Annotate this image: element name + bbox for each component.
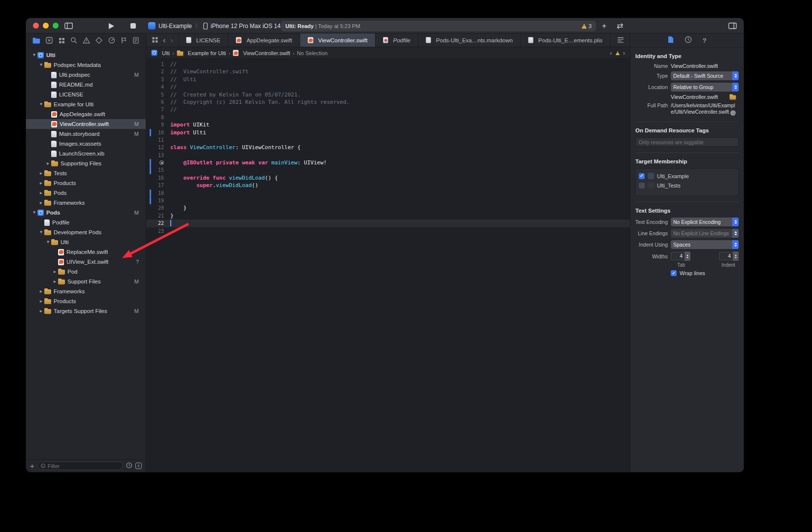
tree-item-ulti[interactable]: ▸Ulti — [26, 50, 146, 60]
source-editor[interactable]: 1//2// ViewController.swift3// Ulti4//5/… — [146, 59, 630, 472]
tree-item-appdelegate-swift[interactable]: AppDelegate.swift — [26, 109, 146, 119]
editor-arrows-icon[interactable]: ⇄ — [617, 18, 623, 33]
code-line-21[interactable]: 21} — [146, 212, 630, 219]
related-items-icon[interactable] — [152, 36, 158, 45]
resource-tags-field[interactable]: Only resources are taggable — [635, 137, 739, 147]
toggle-inspector-icon[interactable] — [728, 18, 737, 33]
disclosure-triangle[interactable]: ▸ — [38, 181, 44, 186]
code-line-2[interactable]: 2// ViewController.swift — [146, 68, 630, 75]
disclosure-triangle[interactable]: ▸ — [38, 190, 44, 195]
zoom-button[interactable] — [53, 23, 59, 29]
disclosure-triangle[interactable]: ▸ — [39, 101, 44, 108]
code-line-7[interactable]: 7// — [146, 106, 630, 113]
breadcrumb-example-for-ulti[interactable]: Example for Ulti — [177, 50, 226, 56]
editor-options-icon[interactable] — [617, 36, 624, 45]
indent-using-dropdown[interactable]: Spaces — [671, 240, 739, 249]
issue-warning-icon[interactable] — [616, 51, 620, 55]
tree-item-pods[interactable]: ▸PodsM — [26, 208, 146, 218]
code-line-5[interactable]: 5// Created by Kelvin Tan on 05/07/2021. — [146, 91, 630, 98]
minimize-button[interactable] — [43, 23, 49, 29]
breadcrumb-viewcontroller-swift[interactable]: ViewController.swift — [233, 50, 290, 56]
target-row-ulti-example[interactable]: Ulti_Example — [639, 171, 735, 181]
project-navigator-icon[interactable] — [32, 37, 40, 44]
code-line-6[interactable]: 6// Copyright (c) 2021 Kelvin Tan. All r… — [146, 98, 630, 106]
go-back-icon[interactable]: ‹ — [163, 36, 165, 44]
tree-item-tests[interactable]: ▸Tests — [26, 168, 146, 178]
previous-issue-icon[interactable]: ‹ — [610, 50, 612, 56]
source-control-navigator-icon[interactable] — [46, 37, 53, 44]
code-line-19[interactable]: 19 — [146, 197, 630, 204]
code-line-13[interactable]: 13 — [146, 152, 630, 159]
code-line-22[interactable]: 22 — [146, 219, 630, 227]
file-name-field[interactable]: ViewController.swift — [671, 63, 739, 69]
tree-item-viewcontroller-swift[interactable]: ViewController.swiftM — [26, 119, 146, 129]
code-line-18[interactable]: 18 — [146, 189, 630, 197]
tree-item-products[interactable]: ▸Products — [26, 178, 146, 188]
editor-tab-pods-ulti-e-ements-plis[interactable]: Pods-Ulti_E…ements.plis — [521, 33, 610, 47]
breadcrumb-ulti[interactable]: Ulti — [151, 50, 170, 56]
editor-tab-pods-ulti-exa-nts-markdown[interactable]: Pods-Ulti_Exa…nts.markdown — [418, 33, 521, 47]
tree-item-support-files[interactable]: ▸Support FilesM — [26, 277, 146, 286]
disclosure-triangle[interactable]: ▸ — [38, 171, 44, 176]
code-line-23[interactable]: 23 — [146, 227, 630, 235]
disclosure-triangle[interactable]: ▸ — [38, 289, 44, 294]
toggle-navigator-icon[interactable] — [64, 18, 73, 33]
code-line-4[interactable]: 4// — [146, 83, 630, 91]
disclosure-triangle[interactable]: ▸ — [46, 239, 51, 246]
tree-item-ulti-podspec[interactable]: Ulti.podspecM — [26, 70, 146, 80]
breakpoint-navigator-icon[interactable] — [121, 37, 127, 44]
code-line-16[interactable]: 16 override func viewDidLoad() { — [146, 174, 630, 182]
stepper-arrows-icon[interactable] — [733, 251, 739, 261]
code-line-20[interactable]: 20 } — [146, 204, 630, 212]
tree-item-replaceme-swift[interactable]: ReplaceMe.swift — [26, 247, 146, 257]
tree-item-launchscreen-xib[interactable]: LaunchScreen.xib — [26, 149, 146, 158]
tree-item-targets-support-files[interactable]: ▸Targets Support FilesM — [26, 306, 146, 316]
target-row-ulti-tests[interactable]: Ulti_Tests — [639, 181, 735, 190]
wrap-lines-checkbox[interactable]: Wrap lines — [671, 270, 705, 276]
disclosure-triangle[interactable]: ▸ — [52, 279, 58, 284]
code-line-3[interactable]: 3// Ulti — [146, 76, 630, 83]
indent-width-stepper[interactable]: 4 — [719, 251, 739, 261]
target-checkbox[interactable] — [639, 183, 645, 188]
open-in-finder-arrow-icon[interactable]: → — [730, 110, 736, 116]
code-line-10[interactable]: 10import Ulti — [146, 129, 630, 136]
history-inspector-icon[interactable] — [685, 36, 692, 45]
test-navigator-icon[interactable] — [95, 37, 102, 44]
source-control-filter-icon[interactable]: ± — [135, 463, 142, 469]
choose-location-folder-icon[interactable] — [730, 95, 736, 99]
go-forward-icon[interactable]: › — [170, 36, 173, 44]
tree-item-supporting-files[interactable]: ▸Supporting Files — [26, 158, 146, 168]
tree-item-images-xcassets[interactable]: Images.xcassets — [26, 139, 146, 149]
editor-tab-podfile[interactable]: Podfile — [375, 33, 418, 47]
disclosure-triangle[interactable]: ▸ — [52, 269, 58, 274]
tree-item-podspec-metadata[interactable]: ▸Podspec Metadata — [26, 60, 146, 70]
debug-navigator-icon[interactable] — [108, 37, 115, 44]
tree-item-pod[interactable]: ▸Pod — [26, 267, 146, 277]
stop-button[interactable] — [130, 18, 136, 33]
issue-navigator-icon[interactable] — [83, 37, 90, 44]
recent-files-filter-icon[interactable] — [126, 462, 132, 470]
tree-item-frameworks[interactable]: ▸Frameworks — [26, 198, 146, 208]
disclosure-triangle[interactable]: ▸ — [38, 200, 44, 205]
disclosure-triangle[interactable]: ▸ — [38, 299, 44, 304]
file-inspector-icon[interactable] — [668, 36, 674, 45]
code-line-1[interactable]: 1// — [146, 61, 630, 68]
tree-item-license[interactable]: LICENSE — [26, 90, 146, 99]
code-line-12[interactable]: 12class ViewController: UIViewController… — [146, 144, 630, 151]
code-line-8[interactable]: 8 — [146, 114, 630, 121]
editor-tab-appdelegate-swift[interactable]: AppDelegate.swift — [228, 33, 300, 47]
quick-help-inspector-icon[interactable]: ? — [703, 37, 707, 44]
editor-tab-viewcontroller-swift[interactable]: ViewController.swift — [300, 33, 375, 47]
code-line-9[interactable]: 9import UIKit — [146, 121, 630, 128]
code-line-15[interactable]: 15 — [146, 166, 630, 174]
add-file-button[interactable]: + — [30, 462, 34, 469]
tree-item-development-pods[interactable]: ▸Development Pods — [26, 227, 146, 237]
close-button[interactable] — [33, 23, 39, 29]
tree-item-frameworks[interactable]: ▸Frameworks — [26, 286, 146, 296]
tree-item-readme-md[interactable]: README.md — [26, 80, 146, 90]
tab-width-stepper[interactable]: 4 — [671, 251, 690, 261]
code-line-14[interactable]: @IBOutlet private weak var mainView: UIV… — [146, 159, 630, 166]
disclosure-triangle[interactable]: ▸ — [39, 62, 44, 68]
find-navigator-icon[interactable] — [70, 37, 77, 44]
tree-item-main-storyboard[interactable]: Main.storyboardM — [26, 129, 146, 139]
